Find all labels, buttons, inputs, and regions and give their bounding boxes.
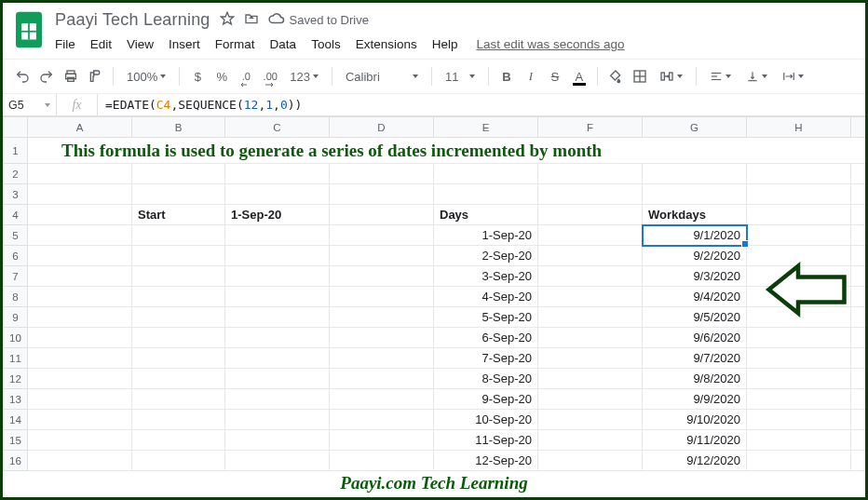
cell[interactable]: 5-Sep-20 [434,307,538,328]
fx-icon: fx [57,94,98,115]
cell[interactable]: 1-Sep-20 [225,205,330,225]
cell[interactable]: Workdays [643,205,747,225]
cell[interactable]: 10-Sep-20 [434,410,538,430]
row-header[interactable]: 2 [4,164,28,184]
row-header[interactable]: 14 [4,410,28,430]
cell[interactable]: 7-Sep-20 [434,348,538,369]
vertical-align-button[interactable] [740,64,773,88]
font-family-dropdown[interactable]: Calibri [340,64,424,88]
cell[interactable]: 1-Sep-20 [434,225,538,246]
menu-edit[interactable]: Edit [90,37,112,51]
cell[interactable]: 6-Sep-20 [434,328,538,348]
move-icon[interactable] [244,11,259,29]
saved-to-drive-text: Saved to Drive [290,13,369,27]
cell[interactable]: 9/4/2020 [643,287,747,307]
undo-button[interactable] [12,64,33,88]
cell[interactable]: 9/5/2020 [643,307,747,328]
more-formats-dropdown[interactable]: 123 [284,64,324,88]
col-header[interactable]: D [330,117,434,138]
name-box[interactable]: G5 [3,94,57,115]
menu-format[interactable]: Format [215,37,255,51]
cell[interactable]: 9/9/2020 [643,389,747,410]
row-header[interactable]: 8 [4,287,28,307]
cell[interactable]: 9/7/2020 [643,348,747,369]
toolbar: 100% $ % .0 .00 123 Calibri 11 B I S A [3,59,865,94]
increase-decimal-button[interactable]: .00 [260,64,280,88]
cell[interactable]: 9/10/2020 [643,410,747,430]
row-header[interactable]: 1 [4,138,28,164]
row-header[interactable]: 9 [4,307,28,328]
row-header[interactable]: 5 [4,225,28,246]
italic-button[interactable]: I [521,64,541,88]
format-currency-button[interactable]: $ [187,64,208,88]
row-header[interactable]: 11 [4,348,28,369]
star-icon[interactable] [220,11,235,29]
last-edit-link[interactable]: Last edit was seconds ago [476,37,624,51]
row-header[interactable]: 15 [4,430,28,451]
cell[interactable]: 12-Sep-20 [434,451,538,471]
bold-button[interactable]: B [496,64,517,88]
cell[interactable]: 9/11/2020 [643,430,747,451]
row-header[interactable]: 3 [4,184,28,205]
redo-button[interactable] [36,64,57,88]
spreadsheet-grid[interactable]: A B C D E F G H I 1 This formula is used… [3,116,865,471]
col-header[interactable]: F [538,117,643,138]
menu-view[interactable]: View [127,37,154,51]
format-percent-button[interactable]: % [211,64,232,88]
merge-cells-button[interactable] [654,64,688,88]
doc-title[interactable]: Paayi Tech Learning [55,10,210,30]
text-color-button[interactable]: A [569,64,590,88]
col-header[interactable]: I [851,117,866,138]
decrease-decimal-button[interactable]: .0 [236,64,256,88]
cell[interactable]: Days [434,205,538,225]
menu-extensions[interactable]: Extensions [356,37,417,51]
horizontal-align-button[interactable] [704,64,737,88]
menu-data[interactable]: Data [270,37,297,51]
zoom-dropdown[interactable]: 100% [121,64,171,88]
col-header[interactable]: E [434,117,538,138]
row-header[interactable]: 6 [4,246,28,266]
text-wrap-button[interactable] [777,64,809,88]
cell[interactable]: 9/8/2020 [643,369,747,389]
cell[interactable]: 4-Sep-20 [434,287,538,307]
row-header[interactable]: 16 [4,451,28,471]
col-header[interactable]: H [747,117,851,138]
sheets-logo-icon [12,8,46,51]
heading-text: This formula is used to generate a serie… [34,141,865,161]
formula-bar[interactable]: =EDATE(C4,SEQUENCE(12,1,0)) [98,94,865,115]
cell[interactable]: 9/12/2020 [643,451,747,471]
col-header[interactable]: B [132,117,225,138]
cell[interactable]: 11-Sep-20 [434,430,538,451]
col-header[interactable]: A [28,117,132,138]
svg-marker-4 [221,12,233,24]
watermark-text: Paayi.com Tech Learning [3,473,865,493]
cell[interactable]: 3-Sep-20 [434,266,538,287]
paint-format-button[interactable] [85,64,105,88]
strikethrough-button[interactable]: S [545,64,565,88]
col-header[interactable]: G [643,117,747,138]
row-header[interactable]: 7 [4,266,28,287]
row-header[interactable]: 12 [4,369,28,389]
menu-insert[interactable]: Insert [169,37,200,51]
cell[interactable]: 9/2/2020 [643,246,747,266]
selected-cell[interactable]: 9/1/2020 [643,225,747,246]
col-header[interactable]: C [225,117,330,138]
borders-button[interactable] [630,64,650,88]
row-header[interactable]: 13 [4,389,28,410]
fill-color-button[interactable] [605,64,626,88]
cell[interactable]: 2-Sep-20 [434,246,538,266]
cell[interactable]: 9/6/2020 [643,328,747,348]
cell[interactable]: 9/3/2020 [643,266,747,287]
menu-help[interactable]: Help [432,37,458,51]
menu-tools[interactable]: Tools [311,37,341,51]
menu-file[interactable]: File [55,37,75,51]
font-size-dropdown[interactable]: 11 [440,64,481,88]
row-header[interactable]: 4 [4,205,28,225]
cell[interactable]: Start [132,205,225,225]
cell[interactable]: 8-Sep-20 [434,369,538,389]
cloud-icon [268,12,285,28]
callout-arrow-icon [765,262,848,320]
print-button[interactable] [61,64,81,88]
cell[interactable]: 9-Sep-20 [434,389,538,410]
row-header[interactable]: 10 [4,328,28,348]
